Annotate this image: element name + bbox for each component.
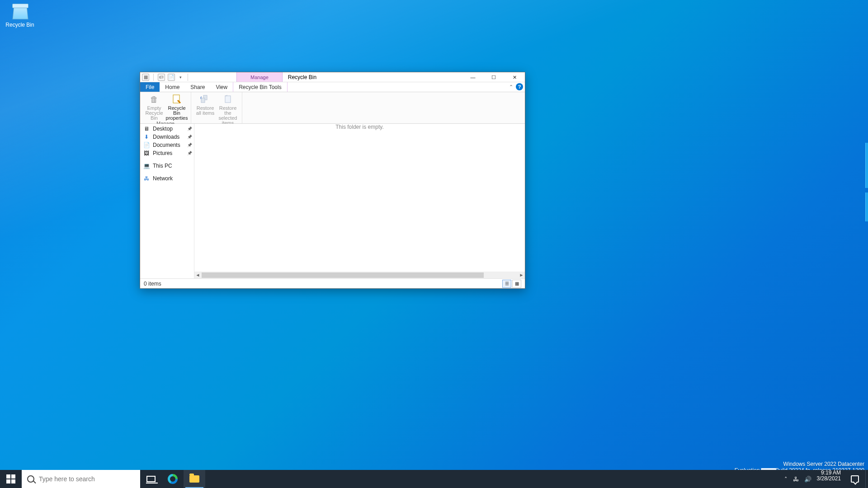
network-icon: 🖧 [143, 175, 150, 182]
close-button[interactable]: ✕ [504, 72, 525, 82]
system-tray: ˄ 🖧 🔊 [783, 470, 813, 488]
nav-documents[interactable]: 📄 Documents [140, 141, 194, 149]
nav-this-pc[interactable]: 💻 This PC [140, 162, 194, 170]
control-menu-icon[interactable]: ▦ [142, 74, 149, 81]
minimize-button[interactable]: — [462, 72, 483, 82]
taskbar-clock[interactable]: 9:19 AM 3/28/2021 [813, 470, 844, 488]
taskbar-search[interactable]: Type here to search [22, 470, 140, 488]
scroll-left-arrow[interactable]: ◄ [194, 272, 201, 277]
task-view-icon [146, 476, 156, 482]
tray-network-icon[interactable]: 🖧 [793, 476, 799, 483]
pictures-icon: 🖼 [143, 150, 150, 157]
nav-item-label: Documents [153, 142, 180, 148]
ribbon-group-manage: 🗑 Empty Recycle Bin Recycle Bin properti… [140, 92, 191, 123]
content-pane[interactable]: This folder is empty. ◄ ► [194, 124, 525, 278]
desktop-icon: 🖥 [143, 125, 150, 132]
nav-item-label: Network [153, 175, 173, 182]
nav-downloads[interactable]: ⬇ Downloads [140, 133, 194, 141]
documents-icon: 📄 [143, 141, 150, 149]
tab-share[interactable]: Share [185, 82, 210, 92]
taskbar-app-file-explorer[interactable] [184, 470, 205, 488]
nav-item-label: This PC [153, 163, 172, 169]
tray-chevron-up-icon[interactable]: ˄ [784, 476, 788, 483]
show-desktop-button[interactable] [865, 470, 868, 488]
empty-folder-message: This folder is empty. [194, 124, 525, 130]
restore-selected-icon [222, 94, 234, 105]
tab-recycle-bin-tools[interactable]: Recycle Bin Tools [233, 82, 288, 92]
window-body: 🖥 Desktop ⬇ Downloads 📄 Documents 🖼 Pict… [140, 124, 525, 278]
ribbon-button-label: Empty Recycle Bin [143, 106, 165, 121]
collapse-ribbon-button[interactable]: ⌃ [509, 84, 513, 90]
taskbar: Type here to search ˄ 🖧 🔊 9:19 AM 3/28/2… [0, 470, 868, 488]
restore-all-icon [199, 94, 211, 105]
navigation-pane[interactable]: 🖥 Desktop ⬇ Downloads 📄 Documents 🖼 Pict… [140, 124, 194, 278]
ribbon-button-label: Restore all items [194, 106, 217, 116]
maximize-button[interactable]: ☐ [483, 72, 504, 82]
restore-selected-button[interactable]: Restore the selected items [217, 93, 239, 126]
window-controls: — ☐ ✕ [462, 72, 525, 82]
task-view-button[interactable] [140, 470, 162, 488]
edge-icon [168, 474, 178, 484]
background-window-edge [865, 192, 868, 221]
search-icon [27, 475, 34, 483]
start-button[interactable] [0, 470, 22, 488]
action-center-button[interactable] [844, 470, 865, 488]
scroll-right-arrow[interactable]: ► [518, 272, 525, 277]
horizontal-scrollbar[interactable]: ◄ ► [194, 272, 525, 278]
scrollbar-thumb[interactable] [202, 272, 484, 278]
recycle-bin-icon [10, 3, 29, 21]
window-title: Recycle Bin [283, 72, 322, 82]
ribbon: 🗑 Empty Recycle Bin Recycle Bin properti… [140, 92, 525, 124]
nav-item-label: Desktop [153, 126, 173, 132]
details-view-button[interactable]: ☰ [502, 280, 511, 288]
properties-icon [171, 94, 183, 105]
recycle-bin-properties-button[interactable]: Recycle Bin properties [165, 93, 188, 121]
downloads-icon: ⬇ [143, 133, 150, 141]
ribbon-button-label: Recycle Bin properties [165, 106, 188, 121]
desktop-recycle-bin[interactable]: Recycle Bin [3, 3, 37, 28]
properties-icon[interactable]: 🏷 [158, 74, 165, 81]
svg-rect-2 [201, 98, 205, 103]
background-window-edge [865, 143, 868, 188]
tab-file[interactable]: File [140, 82, 160, 92]
clock-date: 3/28/2021 [817, 476, 841, 482]
restore-all-button[interactable]: Restore all items [194, 93, 217, 116]
svg-rect-3 [225, 96, 231, 103]
nav-desktop[interactable]: 🖥 Desktop [140, 125, 194, 133]
tab-view[interactable]: View [210, 82, 233, 92]
titlebar[interactable]: ▦ 🏷 📄 ▾ Manage Recycle Bin — ☐ ✕ [140, 72, 525, 82]
explorer-window: ▦ 🏷 📄 ▾ Manage Recycle Bin — ☐ ✕ File Ho… [140, 72, 525, 289]
nav-pictures[interactable]: 🖼 Pictures [140, 149, 194, 157]
taskbar-app-edge[interactable] [162, 470, 184, 488]
nav-item-label: Downloads [153, 134, 179, 140]
help-button[interactable]: ? [516, 83, 523, 90]
new-folder-icon[interactable]: 📄 [168, 74, 175, 81]
ribbon-group-restore: Restore all items Restore the selected i… [191, 92, 242, 123]
empty-bin-icon: 🗑 [148, 94, 160, 105]
search-placeholder: Type here to search [39, 475, 95, 483]
nav-network[interactable]: 🖧 Network [140, 174, 194, 183]
file-explorer-icon [189, 475, 199, 483]
this-pc-icon: 💻 [143, 162, 150, 169]
tab-home[interactable]: Home [160, 82, 185, 92]
ribbon-tabstrip: File Home Share View Recycle Bin Tools ⌃… [140, 82, 525, 92]
status-bar: 0 items ☰ ▦ [140, 278, 525, 288]
empty-recycle-bin-button[interactable]: 🗑 Empty Recycle Bin [143, 93, 165, 121]
separator [188, 74, 188, 81]
tray-volume-icon[interactable]: 🔊 [804, 476, 811, 483]
qat-customize-dropdown[interactable]: ▾ [178, 75, 184, 80]
nav-item-label: Pictures [153, 150, 172, 156]
desktop-icon-label: Recycle Bin [3, 22, 37, 28]
notification-icon [851, 475, 859, 483]
ribbon-button-label: Restore the selected items [217, 106, 239, 126]
separator [153, 74, 154, 81]
large-icons-view-button[interactable]: ▦ [512, 280, 521, 288]
status-item-count: 0 items [144, 281, 161, 287]
contextual-tab-header: Manage [236, 72, 283, 82]
watermark-line: Windows Server 2022 Datacenter [735, 461, 864, 467]
quick-access-toolbar: ▦ 🏷 📄 ▾ [140, 72, 191, 82]
windows-logo-icon [6, 474, 15, 483]
